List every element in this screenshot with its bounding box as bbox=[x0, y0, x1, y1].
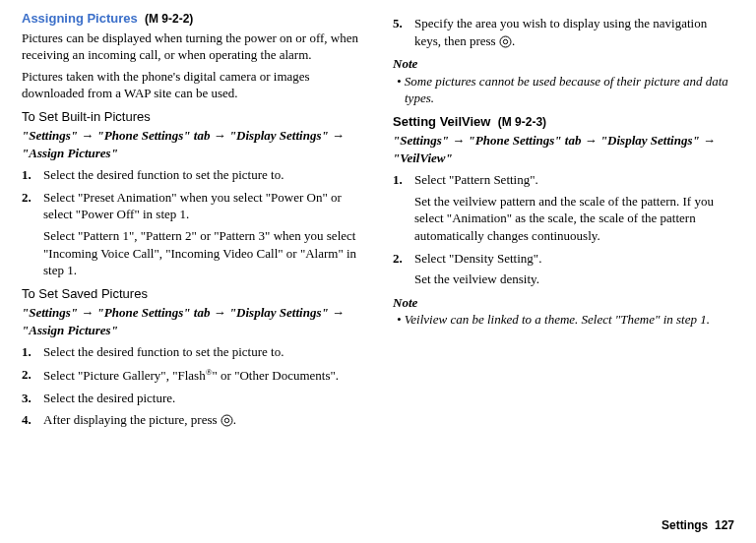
note-body: Veilview can be linked to a theme. Selec… bbox=[397, 311, 734, 329]
steps-builtin: 1.Select the desired function to set the… bbox=[22, 166, 363, 278]
step-text: Select "Density Setting". bbox=[414, 251, 541, 266]
step-text: Select the desired function to set the p… bbox=[43, 344, 284, 359]
left-column: Assigning Pictures (M 9-2-2) Pictures ca… bbox=[22, 10, 363, 429]
svg-point-0 bbox=[221, 415, 232, 426]
step-1: 1.Select the desired function to set the… bbox=[41, 166, 363, 184]
bc-veilview: "VeilView" bbox=[393, 151, 453, 165]
footer-page-number: 127 bbox=[715, 518, 734, 532]
center-key-icon bbox=[220, 414, 233, 427]
subhead-builtin: To Set Built-in Pictures bbox=[22, 108, 363, 126]
bc-display-settings: "Display Settings" bbox=[600, 133, 700, 148]
steps-saved: 1.Select the desired function to set the… bbox=[22, 343, 363, 429]
bc-assign-pictures: "Assign Pictures" bbox=[22, 323, 118, 337]
note-heading: Note bbox=[393, 294, 734, 312]
intro-para-2: Pictures taken with the phone's digital … bbox=[22, 68, 363, 102]
svg-point-3 bbox=[503, 39, 507, 43]
step-2: 2.Select "Picture Gallery", "Flash®" or … bbox=[41, 366, 363, 385]
step-4: 4.After displaying the picture, press . bbox=[41, 411, 363, 429]
step-2: 2. Select "Density Setting". Set the vei… bbox=[412, 250, 734, 288]
note-body: Some pictures cannot be used because of … bbox=[397, 73, 734, 107]
page-footer: Settings 127 bbox=[662, 517, 734, 533]
breadcrumb-saved: "Settings" → "Phone Settings" tab → "Dis… bbox=[22, 304, 363, 338]
step-text-a: Select "Picture Gallery", "Flash bbox=[43, 368, 206, 383]
intro-para-1: Pictures can be displayed when turning t… bbox=[22, 30, 363, 64]
bc-phone-settings: "Phone Settings" tab bbox=[469, 133, 582, 148]
breadcrumb-builtin: "Settings" → "Phone Settings" tab → "Dis… bbox=[22, 127, 363, 161]
page-content: Assigning Pictures (M 9-2-2) Pictures ca… bbox=[0, 0, 756, 429]
steps-continued: 5.Specify the area you wish to display u… bbox=[393, 15, 734, 49]
bc-phone-settings: "Phone Settings" tab bbox=[97, 305, 211, 320]
svg-point-1 bbox=[224, 419, 228, 423]
svg-point-2 bbox=[500, 36, 511, 47]
bc-settings: "Settings" bbox=[393, 133, 449, 148]
step-text-a: After displaying the picture, press bbox=[43, 412, 220, 427]
step-3: 3.Select the desired picture. bbox=[41, 390, 363, 407]
note-heading: Note bbox=[393, 55, 734, 73]
bc-phone-settings: "Phone Settings" tab bbox=[97, 128, 211, 143]
step-2: 2. Select "Preset Animation" when you se… bbox=[41, 189, 363, 279]
steps-veilview: 1. Select "Pattern Setting". Set the vei… bbox=[393, 171, 734, 287]
step-subtext: Set the veilview density. bbox=[414, 271, 734, 288]
step-text-b: . bbox=[233, 412, 236, 427]
heading-veilview: Setting VeilView bbox=[393, 114, 490, 129]
bc-display-settings: "Display Settings" bbox=[229, 305, 329, 320]
step-text: Select "Preset Animation" when you selec… bbox=[43, 190, 342, 222]
step-text-b: " or "Other Documents". bbox=[213, 368, 340, 383]
bc-display-settings: "Display Settings" bbox=[229, 128, 329, 143]
step-subtext: Select "Pattern 1", "Pattern 2" or "Patt… bbox=[43, 227, 363, 279]
subhead-saved: To Set Saved Pictures bbox=[22, 285, 363, 303]
step-5: 5.Specify the area you wish to display u… bbox=[412, 15, 734, 49]
step-text-b: . bbox=[512, 33, 515, 48]
center-key-icon bbox=[499, 35, 512, 48]
registered-icon: ® bbox=[206, 367, 213, 377]
step-1: 1.Select the desired function to set the… bbox=[41, 343, 363, 361]
step-text: Select "Pattern Setting". bbox=[414, 172, 538, 187]
footer-section: Settings bbox=[662, 518, 708, 532]
step-text-a: Specify the area you wish to display usi… bbox=[414, 16, 707, 48]
menu-code-9-2-2: (M 9-2-2) bbox=[145, 12, 193, 26]
heading-assigning-pictures: Assigning Pictures bbox=[22, 11, 138, 26]
step-text: Select the desired function to set the p… bbox=[43, 167, 284, 182]
bc-settings: "Settings" bbox=[22, 128, 78, 143]
step-subtext: Set the veilview pattern and the scale o… bbox=[414, 193, 734, 245]
right-column: 5.Specify the area you wish to display u… bbox=[393, 10, 734, 429]
menu-code-9-2-3: (M 9-2-3) bbox=[498, 115, 546, 129]
step-text: Select the desired picture. bbox=[43, 391, 175, 405]
bc-settings: "Settings" bbox=[22, 305, 78, 320]
step-1: 1. Select "Pattern Setting". Set the vei… bbox=[412, 171, 734, 244]
breadcrumb-veilview: "Settings" → "Phone Settings" tab → "Dis… bbox=[393, 132, 734, 166]
bc-assign-pictures: "Assign Pictures" bbox=[22, 146, 118, 160]
